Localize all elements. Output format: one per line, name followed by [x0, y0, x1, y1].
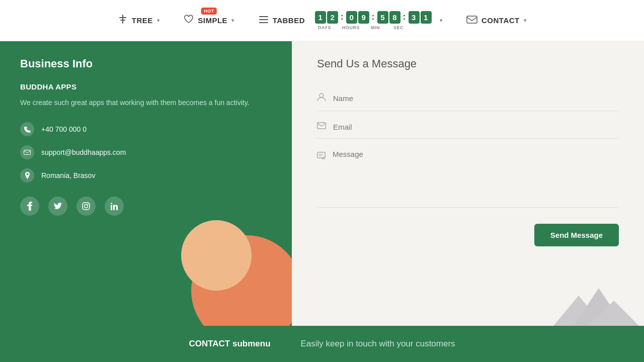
message-icon: [317, 152, 326, 162]
email-icon: [20, 145, 34, 159]
days-group: 1 2: [315, 11, 338, 24]
address-item: Romania, Brasov: [20, 168, 272, 183]
message-input[interactable]: [333, 150, 619, 200]
sep-3: :: [403, 13, 406, 22]
sec-label: SEC: [391, 25, 406, 30]
phone-item: +40 700 000 0: [20, 122, 272, 136]
svg-rect-8: [83, 203, 90, 210]
footer-bar: CONTACT submenu Easily keep in touch wit…: [0, 326, 644, 362]
email-text: support@buddhaapps.com: [41, 148, 126, 156]
footer-left-text: CONTACT submenu: [189, 339, 270, 349]
company-desc: We create such great apps that working w…: [20, 97, 272, 108]
countdown: 1 2 : 0 9 : 5 8: [315, 11, 431, 30]
nav-tree[interactable]: TREE ▾: [118, 14, 160, 27]
left-panel: Business Info BUDDHA APPS We create such…: [0, 41, 292, 326]
tabbed-chevron: ▾: [440, 18, 443, 23]
svg-point-13: [319, 94, 324, 98]
sep-1: :: [341, 13, 344, 22]
svg-rect-7: [24, 150, 31, 155]
sep-2: :: [372, 13, 375, 22]
email-item: support@buddhaapps.com: [20, 145, 272, 159]
svg-rect-1: [119, 17, 126, 18]
heart-icon: [184, 15, 194, 26]
linkedin-button[interactable]: [105, 197, 124, 216]
days-digit-1: 1: [315, 11, 326, 24]
sec-group: 3 1: [409, 11, 432, 24]
svg-rect-2: [120, 20, 125, 21]
tree-chevron: ▾: [157, 18, 160, 23]
contact-chevron: ▾: [524, 18, 527, 23]
address-text: Romania, Brasov: [41, 171, 95, 179]
nav-tabbed-label: TABBED: [273, 16, 305, 25]
svg-rect-0: [122, 15, 123, 24]
svg-rect-14: [317, 123, 326, 129]
contact-icon: [466, 15, 477, 26]
instagram-button[interactable]: [76, 197, 96, 216]
tabbed-icon: [259, 15, 269, 26]
hours-group: 0 9: [346, 11, 369, 24]
nav-simple[interactable]: HOT SIMPLE ▾: [184, 15, 234, 26]
phone-icon: [20, 122, 34, 136]
form-title: Send Us a Message: [317, 57, 619, 70]
svg-rect-11: [111, 205, 112, 210]
min-group: 5 8: [377, 11, 400, 24]
simple-chevron: ▾: [231, 18, 234, 23]
min-label: MIN: [368, 25, 382, 30]
nav-simple-label: SIMPLE: [198, 16, 227, 25]
hot-badge: HOT: [201, 8, 217, 15]
message-field: [317, 143, 619, 208]
phone-text: +40 700 000 0: [41, 125, 87, 133]
send-message-button[interactable]: Send Message: [534, 224, 619, 246]
svg-point-9: [85, 205, 88, 208]
name-field: [317, 85, 619, 111]
navbar: TREE ▾ HOT SIMPLE ▾ TABBED 1: [0, 0, 644, 41]
svg-rect-6: [467, 16, 477, 23]
svg-rect-5: [259, 22, 268, 23]
main-content: Business Info BUDDHA APPS We create such…: [0, 41, 644, 326]
svg-point-12: [111, 203, 112, 204]
left-panel-title: Business Info: [20, 57, 272, 70]
sec-digit-2: 1: [421, 11, 432, 24]
hours-label: HOURS: [342, 25, 359, 30]
min-digit-2: 8: [389, 11, 400, 24]
location-icon: [20, 168, 34, 183]
nav-tree-label: TREE: [132, 16, 153, 25]
tree-icon: [118, 14, 128, 27]
facebook-button[interactable]: [20, 197, 39, 216]
svg-point-10: [88, 204, 89, 205]
nav-contact-label: CONTACT: [481, 16, 520, 25]
nav-tabbed[interactable]: TABBED 1 2 : 0 9 :: [259, 11, 442, 30]
email-input[interactable]: [333, 123, 619, 131]
hours-digit-2: 9: [358, 11, 369, 24]
nav-contact[interactable]: CONTACT ▾: [466, 15, 526, 26]
email-field-icon: [317, 122, 326, 131]
svg-rect-4: [259, 19, 268, 20]
name-input[interactable]: [333, 94, 619, 103]
hours-digit-1: 0: [346, 11, 357, 24]
right-panel: Send Us a Message: [292, 41, 644, 326]
days-label: DAYS: [316, 25, 333, 30]
deco-circle-peach: [181, 220, 252, 291]
min-digit-1: 5: [377, 11, 388, 24]
company-name: BUDDHA APPS: [20, 82, 272, 91]
days-digit-2: 2: [327, 11, 338, 24]
twitter-button[interactable]: [48, 197, 67, 216]
email-field-row: [317, 115, 619, 139]
sec-digit-1: 3: [409, 11, 420, 24]
user-icon: [317, 93, 326, 104]
social-row: [20, 197, 272, 216]
footer-right-text: Easily keep in touch with your customers: [301, 339, 455, 349]
mountain-decoration: [543, 276, 644, 326]
svg-rect-3: [259, 16, 268, 17]
